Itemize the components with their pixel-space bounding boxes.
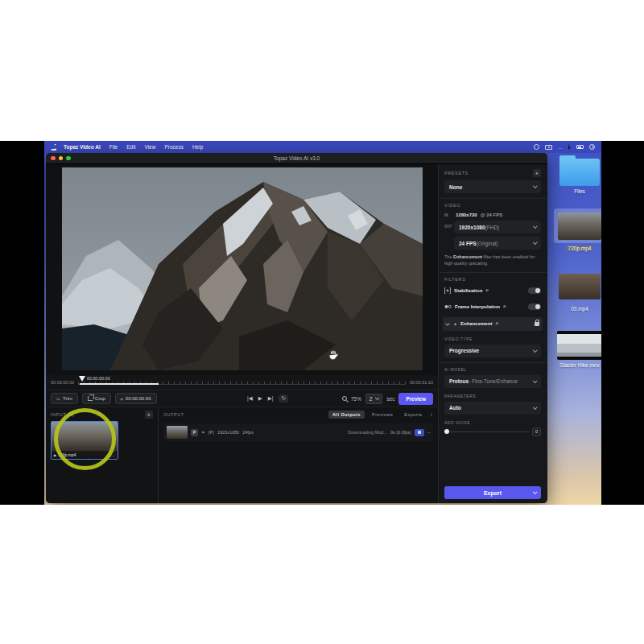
tab-all-outputs[interactable]: All Outputs <box>328 411 365 419</box>
window-title: Topaz Video AI v3.0 <box>46 155 547 161</box>
video-header: VIDEO <box>444 203 460 208</box>
next-frame-button[interactable]: ▶| <box>268 395 274 402</box>
zoom-level[interactable]: 75% <box>351 396 361 402</box>
add-noise-slider[interactable] <box>444 431 529 432</box>
tab-previews[interactable]: Previews <box>368 411 397 419</box>
ai-superscript: AI <box>495 322 498 325</box>
window-title-bar[interactable]: Topaz Video AI v3.0 <box>46 153 547 164</box>
preset-value: None <box>449 184 462 190</box>
stabilization-label: Stabilization <box>454 288 482 293</box>
loop-button[interactable]: ↻ <box>279 394 287 402</box>
chevron-down-icon <box>375 395 380 400</box>
hand-cursor <box>328 349 339 361</box>
output-resolution-value: 1920x1080 <box>459 225 485 230</box>
crop-icon <box>88 396 93 401</box>
app-window: Topaz Video AI v3.0 <box>46 153 547 503</box>
output-resolution-suffix: (FHD) <box>485 225 500 230</box>
menu-item-view[interactable]: View <box>144 144 155 150</box>
stabilization-icon <box>444 287 451 294</box>
frame-interpolation-toggle[interactable] <box>528 303 541 310</box>
trim-segment[interactable] <box>80 383 159 385</box>
clock-icon[interactable] <box>589 144 595 150</box>
output-status: Downloading Mod... <box>348 430 387 435</box>
ai-model-suffix: - Fine-Tune/Enhance <box>469 378 518 384</box>
apple-menu-icon[interactable] <box>51 144 56 151</box>
ai-model-label: AI MODEL <box>444 367 541 372</box>
menu-app-name[interactable]: Topaz Video AI <box>64 144 101 150</box>
video-preview[interactable] <box>62 167 423 370</box>
parameters-dropdown[interactable]: Auto <box>444 402 541 415</box>
play-small-icon: ▶ <box>54 453 56 457</box>
timeline-start-time: 00:00:00:00 <box>51 380 74 385</box>
battery-icon[interactable] <box>576 145 584 149</box>
trim-button[interactable]: ✂ Trim <box>51 393 78 404</box>
settings-sidebar: PRESETS + None VIDEO IN 1280x720 @ 24 <box>439 164 547 503</box>
parameters-label: PARAMETERS <box>444 394 541 398</box>
output-paren-label: (P) <box>208 430 214 435</box>
preset-dropdown[interactable]: None <box>444 180 541 193</box>
input-resolution: 1280x720 <box>456 213 477 217</box>
chevron-down-icon <box>533 224 538 229</box>
tab-exports[interactable]: Exports <box>400 411 426 419</box>
output-framerate-dropdown[interactable]: 24 FPS (Original) <box>454 237 541 250</box>
filters-header: FILTERS <box>444 277 465 282</box>
menu-item-help[interactable]: Help <box>192 144 203 150</box>
filter-enhancement[interactable]: ✦ Enhancement AI <box>443 317 543 331</box>
divider <box>439 198 547 199</box>
add-preset-button[interactable]: + <box>533 169 541 177</box>
desktop-icon-720p[interactable]: 720p.mp4 <box>554 208 601 251</box>
stop-export-icon[interactable] <box>415 429 424 436</box>
menu-item-edit[interactable]: Edit <box>126 144 135 150</box>
divider <box>439 272 547 273</box>
desktop-icon-label: 03.mp4 <box>554 306 601 312</box>
filter-frame-interpolation[interactable]: Frame Interpolation AI <box>444 300 541 314</box>
in-badge: IN <box>444 213 452 217</box>
remove-output-icon[interactable]: – <box>427 430 430 435</box>
chevron-down-icon <box>533 405 538 410</box>
desktop-icon-glacier[interactable]: Glacier Hike.mov <box>552 331 601 368</box>
playback-toolbar: ✂ Trim Crop ▾ 00:00:00:00 <box>46 390 438 407</box>
crop-button[interactable]: Crop <box>82 393 111 404</box>
more-status-icon[interactable]: … <box>558 145 563 150</box>
menu-item-process[interactable]: Process <box>164 144 183 150</box>
add-noise-value[interactable]: 0 <box>532 427 541 436</box>
stabilization-toggle[interactable] <box>528 287 541 294</box>
crop-label: Crop <box>95 396 105 401</box>
add-input-button[interactable]: + <box>145 411 153 419</box>
enhancement-note: The Enhancement filter has been enabled … <box>444 254 541 267</box>
output-speed: 0s (0.0fps) <box>390 430 411 435</box>
zoom-magnifier-icon[interactable] <box>342 396 347 401</box>
output-row[interactable]: P ✦ (P) 1920x1080 24fps Downloading Mod.… <box>163 423 433 441</box>
play-button[interactable]: ▶ <box>258 395 262 402</box>
screen-mirroring-icon[interactable] <box>545 145 552 150</box>
previous-frame-button[interactable]: |◀ <box>247 395 253 402</box>
preview-zone <box>46 164 438 375</box>
out-badge: OUT <box>444 225 452 229</box>
trim-label: Trim <box>63 396 72 401</box>
output-resolution-dropdown[interactable]: 1920x1080 (FHD) <box>454 221 541 233</box>
playhead-marker[interactable] <box>79 376 85 382</box>
chevron-down-icon <box>533 348 538 353</box>
sort-icon[interactable]: ↕ <box>431 412 434 417</box>
desktop-icon-03[interactable]: 03.mp4 <box>554 274 601 312</box>
menu-item-file[interactable]: File <box>109 144 118 150</box>
preview-button[interactable]: Preview <box>398 393 433 405</box>
video-thumbnail <box>559 274 601 299</box>
timeline[interactable]: 00:00:00:00 00:00:00:00 00:00:31:10 <box>46 375 438 390</box>
video-type-dropdown[interactable]: Progressive <box>444 345 541 357</box>
frame-interpolation-label: Frame Interpolation <box>455 304 500 309</box>
video-type-label: VIDEO TYPE <box>444 336 541 341</box>
timeline-end-time: 00:00:31:10 <box>410 380 433 385</box>
chevron-down-icon <box>533 378 538 383</box>
preview-length-select[interactable]: 2 <box>365 394 383 404</box>
filter-stabilization[interactable]: Stabilization AI <box>444 284 541 298</box>
video-in-row: IN 1280x720 @ 24 FPS <box>444 213 541 217</box>
input-framerate: @ 24 FPS <box>481 213 503 217</box>
timecode-box[interactable]: ▾ 00:00:00:00 <box>115 393 157 404</box>
record-badge-icon[interactable] <box>534 144 539 150</box>
export-label: Export <box>484 490 502 496</box>
desktop-icon-files[interactable]: Files <box>554 159 601 194</box>
timeline-ruler[interactable]: 00:00:00:00 <box>78 375 406 390</box>
export-button[interactable]: Export <box>444 486 541 499</box>
ai-model-dropdown[interactable]: Proteus - Fine-Tune/Enhance <box>444 375 541 388</box>
